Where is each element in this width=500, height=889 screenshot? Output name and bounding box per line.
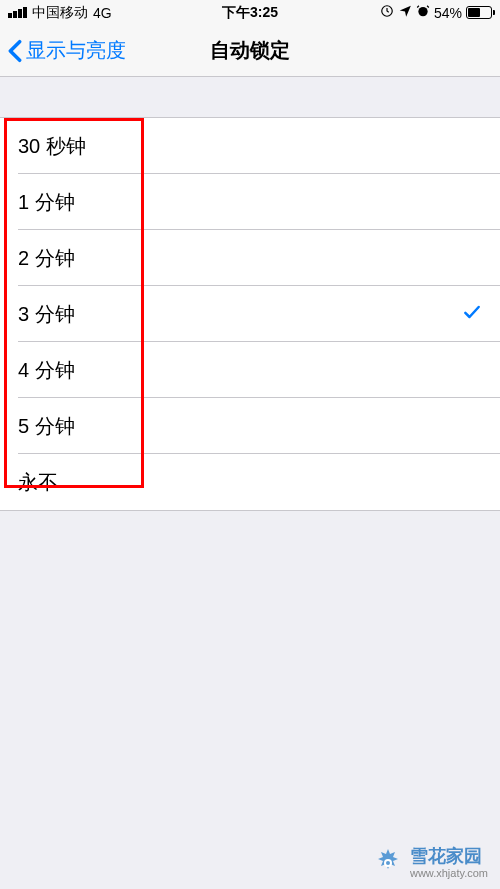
signal-icon bbox=[8, 7, 27, 18]
svg-point-3 bbox=[386, 861, 390, 865]
back-button[interactable]: 显示与亮度 bbox=[0, 37, 126, 64]
nav-bar: 显示与亮度 自动锁定 bbox=[0, 25, 500, 77]
autolock-option[interactable]: 3 分钟 bbox=[0, 286, 500, 342]
option-label: 2 分钟 bbox=[18, 245, 75, 272]
battery-icon bbox=[466, 6, 492, 19]
autolock-option[interactable]: 永不 bbox=[0, 454, 500, 510]
watermark-title: 雪花家园 bbox=[410, 847, 488, 867]
snowflake-icon bbox=[372, 847, 404, 879]
autolock-options-list: 30 秒钟1 分钟2 分钟3 分钟4 分钟5 分钟永不 bbox=[0, 117, 500, 511]
option-label: 1 分钟 bbox=[18, 189, 75, 216]
status-right: 54% bbox=[380, 4, 492, 21]
option-label: 3 分钟 bbox=[18, 301, 75, 328]
location-icon bbox=[398, 4, 412, 21]
orientation-lock-icon bbox=[380, 4, 394, 21]
status-time: 下午3:25 bbox=[222, 4, 278, 22]
chevron-left-icon bbox=[8, 39, 22, 63]
option-label: 4 分钟 bbox=[18, 357, 75, 384]
option-label: 永不 bbox=[18, 469, 58, 496]
option-label: 30 秒钟 bbox=[18, 133, 86, 160]
network-label: 4G bbox=[93, 5, 112, 21]
status-bar: 中国移动 4G 下午3:25 54% bbox=[0, 0, 500, 25]
checkmark-icon bbox=[462, 302, 482, 327]
autolock-option[interactable]: 1 分钟 bbox=[0, 174, 500, 230]
alarm-icon bbox=[416, 4, 430, 21]
autolock-option[interactable]: 5 分钟 bbox=[0, 398, 500, 454]
autolock-option[interactable]: 30 秒钟 bbox=[0, 118, 500, 174]
back-label: 显示与亮度 bbox=[26, 37, 126, 64]
autolock-option[interactable]: 4 分钟 bbox=[0, 342, 500, 398]
svg-point-1 bbox=[418, 7, 427, 16]
autolock-option[interactable]: 2 分钟 bbox=[0, 230, 500, 286]
battery-percent: 54% bbox=[434, 5, 462, 21]
carrier-label: 中国移动 bbox=[32, 4, 88, 22]
page-title: 自动锁定 bbox=[210, 37, 290, 64]
status-left: 中国移动 4G bbox=[8, 4, 112, 22]
watermark: 雪花家园 www.xhjaty.com bbox=[372, 847, 488, 879]
watermark-url: www.xhjaty.com bbox=[410, 867, 488, 879]
option-label: 5 分钟 bbox=[18, 413, 75, 440]
